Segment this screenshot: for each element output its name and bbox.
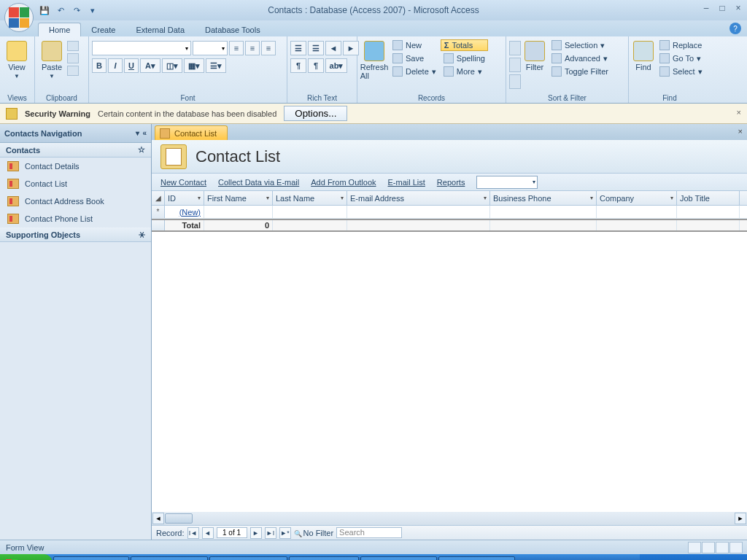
taskbar-item[interactable]: Document T... [53,556,129,560]
ltr-icon[interactable]: ¶ [290,58,306,73]
add-from-outlook-link[interactable]: Add From Outlook [311,178,376,187]
minimize-button[interactable]: – [700,3,712,13]
replace-button[interactable]: Replace [657,39,705,51]
tab-home[interactable]: Home [38,23,81,36]
underline-button[interactable]: U [124,58,139,73]
tab-create[interactable]: Create [81,23,125,36]
collect-email-link[interactable]: Collect Data via E-mail [218,178,299,187]
copy-icon[interactable] [67,53,79,63]
maximize-button[interactable]: □ [716,3,728,13]
align-right-icon[interactable]: ≡ [261,41,276,55]
bulleted-list-icon[interactable]: ☰ [308,41,324,55]
office-button[interactable] [4,3,34,32]
nav-item-contact-details[interactable]: Contact Details [0,158,151,175]
reports-dropdown[interactable]: ▾ [476,176,538,189]
fill-color-button[interactable]: ◫▾ [162,58,182,73]
nav-header[interactable]: Contacts Navigation ▾« [0,124,151,143]
increase-indent-icon[interactable]: ► [343,41,359,55]
taskbar-item[interactable]: 3 Microsof... [289,556,359,560]
cut-icon[interactable] [67,41,79,51]
column-id[interactable]: ID▾ [165,191,204,205]
align-left-icon[interactable]: ≡ [229,41,244,55]
totals-button[interactable]: Σ Totals [441,39,488,51]
sort-desc-icon[interactable] [509,58,521,72]
security-close-icon[interactable]: × [737,108,741,117]
horizontal-scrollbar[interactable]: ◄ ► [152,512,747,525]
column-business-phone[interactable]: Business Phone▾ [490,191,597,205]
reports-link[interactable]: Reports [437,178,465,187]
nav-item-contact-list[interactable]: Contact List [0,175,151,192]
taskbar-item[interactable]: Access Cont... [209,556,287,560]
clear-sort-icon[interactable] [509,74,521,89]
font-family-combo[interactable]: ▾ [92,41,191,55]
nav-collapse-icon[interactable]: « [142,129,147,137]
document-tab[interactable]: Contact List [155,125,228,140]
new-record-nav-button[interactable]: ►* [279,527,291,539]
help-icon[interactable]: ? [729,23,741,34]
document-close-icon[interactable]: × [738,127,743,136]
more-button[interactable]: More ▾ [441,66,488,77]
nav-dropdown-icon[interactable]: ▾ [136,129,139,137]
start-button[interactable]: start [0,554,53,560]
datasheet-view-button[interactable] [702,542,715,553]
nav-group-supporting[interactable]: Supporting Objects⚹ [0,228,151,242]
refresh-all-button[interactable]: Refresh All [360,38,388,80]
filter-button[interactable]: Filter [522,38,547,71]
advanced-button[interactable]: Advanced ▾ [549,52,611,64]
font-color-button[interactable]: A▾ [140,58,160,73]
column-last-name[interactable]: Last Name▾ [273,191,347,205]
taskbar-item[interactable]: template_inf... [438,556,515,560]
scroll-right-icon[interactable]: ► [735,513,746,524]
tab-external-data[interactable]: External Data [125,23,195,36]
save-icon[interactable]: 💾 [38,4,51,17]
next-record-button[interactable]: ► [250,527,262,539]
gridlines-button[interactable]: ▦▾ [184,58,204,73]
column-company[interactable]: Company▾ [597,191,677,205]
undo-icon[interactable]: ↶ [54,4,67,17]
new-contact-link[interactable]: New Contact [160,178,206,187]
first-record-button[interactable]: I◄ [187,527,199,539]
align-center-icon[interactable]: ≡ [245,41,260,55]
scroll-thumb[interactable] [165,513,193,524]
layout-view-button[interactable] [716,542,729,553]
italic-button[interactable]: I [108,58,123,73]
save-record-button[interactable]: Save [390,52,439,64]
scroll-left-icon[interactable]: ◄ [152,513,164,524]
nav-item-contact-phone-list[interactable]: Contact Phone List [0,210,151,228]
numbered-list-icon[interactable]: ☰ [290,41,306,55]
highlight-icon[interactable]: ab▾ [325,58,347,73]
last-record-button[interactable]: ►I [265,527,276,539]
prev-record-button[interactable]: ◄ [202,527,214,539]
search-box[interactable]: Search [336,527,402,538]
no-filter-indicator[interactable]: No Filter [294,529,334,537]
new-id-cell[interactable]: (New) [165,206,204,218]
toggle-filter-button[interactable]: Toggle Filter [549,66,611,77]
column-email[interactable]: E-mail Address▾ [347,191,490,205]
nav-group-contacts[interactable]: Contacts☆ [0,143,151,158]
taskbar-item[interactable]: Microsoft Ex... [131,556,208,560]
form-view-button[interactable] [688,542,701,553]
nav-item-contact-address-book[interactable]: Contact Address Book [0,192,151,210]
delete-record-button[interactable]: Delete ▾ [390,66,439,77]
qat-dropdown-icon[interactable]: ▾ [86,4,99,17]
new-record-button[interactable]: New [390,39,439,51]
select-all-corner[interactable]: ◢ [152,191,165,205]
paste-button[interactable]: Paste▼ [38,38,66,79]
find-button[interactable]: Find [632,38,655,71]
redo-icon[interactable]: ↷ [70,4,83,17]
tab-database-tools[interactable]: Database Tools [195,23,271,36]
sort-asc-icon[interactable] [509,41,521,55]
new-record-row[interactable]: * (New) [152,206,747,219]
taskbar-item[interactable]: Microsoft Ac... [360,556,437,560]
decrease-indent-icon[interactable]: ◄ [325,41,341,55]
view-button[interactable]: View▼ [3,38,31,79]
close-button[interactable]: × [732,3,744,13]
font-size-combo[interactable]: ▾ [193,41,228,55]
bold-button[interactable]: B [92,58,107,73]
record-position-input[interactable] [217,527,247,538]
spelling-button[interactable]: Spelling [441,52,488,64]
rtl-icon[interactable]: ¶ [308,58,324,73]
security-options-button[interactable]: Options... [284,106,347,121]
design-view-button[interactable] [729,542,743,553]
selection-button[interactable]: Selection ▾ [549,39,611,51]
